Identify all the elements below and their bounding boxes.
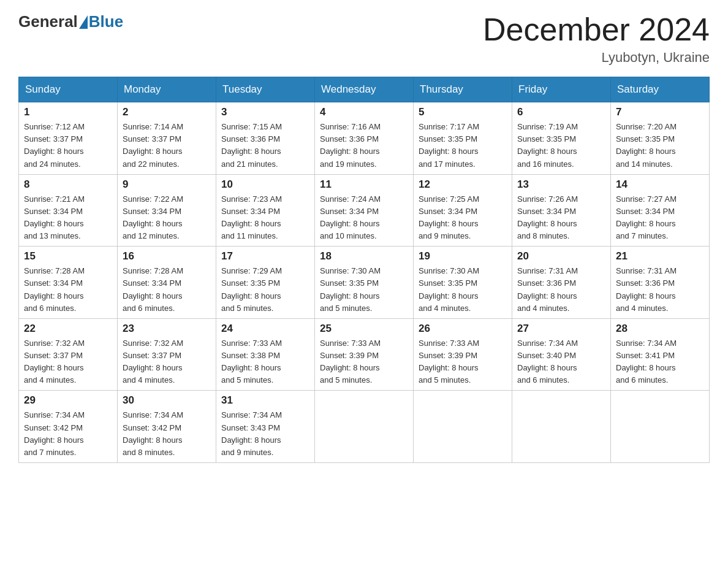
weekday-header-thursday: Thursday bbox=[414, 77, 512, 102]
calendar-cell: 7Sunrise: 7:20 AMSunset: 3:35 PMDaylight… bbox=[611, 102, 710, 175]
day-number: 21 bbox=[616, 250, 704, 262]
day-number: 26 bbox=[419, 323, 507, 335]
calendar-cell bbox=[512, 391, 611, 463]
day-info: Sunrise: 7:34 AMSunset: 3:40 PMDaylight:… bbox=[517, 337, 605, 387]
day-number: 31 bbox=[221, 394, 309, 407]
weekday-header-saturday: Saturday bbox=[611, 77, 710, 102]
day-info: Sunrise: 7:31 AMSunset: 3:36 PMDaylight:… bbox=[517, 265, 605, 315]
day-info: Sunrise: 7:30 AMSunset: 3:35 PMDaylight:… bbox=[419, 265, 507, 315]
calendar-cell: 10Sunrise: 7:23 AMSunset: 3:34 PMDayligh… bbox=[216, 174, 315, 247]
calendar-cell: 12Sunrise: 7:25 AMSunset: 3:34 PMDayligh… bbox=[414, 174, 512, 247]
day-info: Sunrise: 7:28 AMSunset: 3:34 PMDaylight:… bbox=[24, 265, 112, 315]
day-info: Sunrise: 7:33 AMSunset: 3:38 PMDaylight:… bbox=[221, 337, 309, 387]
day-number: 10 bbox=[221, 178, 309, 191]
day-number: 3 bbox=[221, 106, 309, 118]
calendar-cell: 29Sunrise: 7:34 AMSunset: 3:42 PMDayligh… bbox=[19, 391, 118, 463]
calendar-cell: 3Sunrise: 7:15 AMSunset: 3:36 PMDaylight… bbox=[216, 102, 315, 175]
calendar-cell: 5Sunrise: 7:17 AMSunset: 3:35 PMDaylight… bbox=[414, 102, 512, 175]
calendar-cell: 14Sunrise: 7:27 AMSunset: 3:34 PMDayligh… bbox=[611, 174, 710, 247]
calendar-cell: 31Sunrise: 7:34 AMSunset: 3:43 PMDayligh… bbox=[216, 391, 315, 463]
day-number: 30 bbox=[123, 394, 211, 407]
calendar-cell: 24Sunrise: 7:33 AMSunset: 3:38 PMDayligh… bbox=[216, 318, 315, 391]
weekday-header-row: SundayMondayTuesdayWednesdayThursdayFrid… bbox=[19, 77, 710, 102]
day-info: Sunrise: 7:33 AMSunset: 3:39 PMDaylight:… bbox=[320, 337, 408, 387]
day-number: 16 bbox=[123, 250, 211, 262]
day-info: Sunrise: 7:20 AMSunset: 3:35 PMDaylight:… bbox=[616, 121, 704, 170]
calendar-cell bbox=[611, 391, 710, 463]
day-info: Sunrise: 7:34 AMSunset: 3:42 PMDaylight:… bbox=[24, 409, 112, 459]
day-info: Sunrise: 7:34 AMSunset: 3:42 PMDaylight:… bbox=[123, 409, 211, 459]
day-number: 25 bbox=[320, 323, 408, 335]
day-number: 27 bbox=[517, 323, 605, 335]
day-info: Sunrise: 7:12 AMSunset: 3:37 PMDaylight:… bbox=[24, 121, 112, 170]
day-info: Sunrise: 7:14 AMSunset: 3:37 PMDaylight:… bbox=[123, 121, 211, 170]
weekday-header-friday: Friday bbox=[512, 77, 611, 102]
logo-triangle-icon bbox=[79, 15, 88, 29]
day-info: Sunrise: 7:33 AMSunset: 3:39 PMDaylight:… bbox=[419, 337, 507, 387]
calendar-cell: 1Sunrise: 7:12 AMSunset: 3:37 PMDaylight… bbox=[19, 102, 118, 175]
day-number: 6 bbox=[517, 106, 605, 118]
calendar-cell: 23Sunrise: 7:32 AMSunset: 3:37 PMDayligh… bbox=[118, 318, 216, 391]
day-number: 1 bbox=[24, 106, 112, 118]
day-info: Sunrise: 7:23 AMSunset: 3:34 PMDaylight:… bbox=[221, 193, 309, 243]
location-title: Lyubotyn, Ukraine bbox=[483, 50, 710, 66]
day-info: Sunrise: 7:28 AMSunset: 3:34 PMDaylight:… bbox=[123, 265, 211, 315]
calendar-cell: 20Sunrise: 7:31 AMSunset: 3:36 PMDayligh… bbox=[512, 247, 611, 319]
day-number: 4 bbox=[320, 106, 408, 118]
calendar-cell: 30Sunrise: 7:34 AMSunset: 3:42 PMDayligh… bbox=[118, 391, 216, 463]
day-number: 5 bbox=[419, 106, 507, 118]
calendar-cell: 11Sunrise: 7:24 AMSunset: 3:34 PMDayligh… bbox=[315, 174, 414, 247]
logo-blue-text: Blue bbox=[89, 12, 123, 31]
day-number: 24 bbox=[221, 323, 309, 335]
logo-general-text: General bbox=[18, 12, 78, 31]
day-number: 12 bbox=[419, 178, 507, 191]
logo: General Blue bbox=[18, 12, 123, 31]
day-info: Sunrise: 7:26 AMSunset: 3:34 PMDaylight:… bbox=[517, 193, 605, 243]
day-info: Sunrise: 7:31 AMSunset: 3:36 PMDaylight:… bbox=[616, 265, 704, 315]
day-info: Sunrise: 7:30 AMSunset: 3:35 PMDaylight:… bbox=[320, 265, 408, 315]
calendar-table: SundayMondayTuesdayWednesdayThursdayFrid… bbox=[18, 77, 710, 463]
day-info: Sunrise: 7:32 AMSunset: 3:37 PMDaylight:… bbox=[24, 337, 112, 387]
calendar-cell: 19Sunrise: 7:30 AMSunset: 3:35 PMDayligh… bbox=[414, 247, 512, 319]
calendar-cell: 2Sunrise: 7:14 AMSunset: 3:37 PMDaylight… bbox=[118, 102, 216, 175]
calendar-cell bbox=[315, 391, 414, 463]
title-area: December 2024 Lyubotyn, Ukraine bbox=[483, 12, 710, 66]
calendar-week-row: 15Sunrise: 7:28 AMSunset: 3:34 PMDayligh… bbox=[19, 247, 710, 319]
calendar-week-row: 29Sunrise: 7:34 AMSunset: 3:42 PMDayligh… bbox=[19, 391, 710, 463]
calendar-cell: 28Sunrise: 7:34 AMSunset: 3:41 PMDayligh… bbox=[611, 318, 710, 391]
day-info: Sunrise: 7:25 AMSunset: 3:34 PMDaylight:… bbox=[419, 193, 507, 243]
calendar-cell: 6Sunrise: 7:19 AMSunset: 3:35 PMDaylight… bbox=[512, 102, 611, 175]
day-info: Sunrise: 7:34 AMSunset: 3:41 PMDaylight:… bbox=[616, 337, 704, 387]
day-number: 13 bbox=[517, 178, 605, 191]
month-title: December 2024 bbox=[483, 12, 710, 47]
calendar-cell: 13Sunrise: 7:26 AMSunset: 3:34 PMDayligh… bbox=[512, 174, 611, 247]
day-info: Sunrise: 7:17 AMSunset: 3:35 PMDaylight:… bbox=[419, 121, 507, 170]
day-info: Sunrise: 7:16 AMSunset: 3:36 PMDaylight:… bbox=[320, 121, 408, 170]
calendar-cell: 9Sunrise: 7:22 AMSunset: 3:34 PMDaylight… bbox=[118, 174, 216, 247]
calendar-cell: 16Sunrise: 7:28 AMSunset: 3:34 PMDayligh… bbox=[118, 247, 216, 319]
calendar-cell: 8Sunrise: 7:21 AMSunset: 3:34 PMDaylight… bbox=[19, 174, 118, 247]
day-info: Sunrise: 7:22 AMSunset: 3:34 PMDaylight:… bbox=[123, 193, 211, 243]
weekday-header-tuesday: Tuesday bbox=[216, 77, 315, 102]
calendar-cell: 22Sunrise: 7:32 AMSunset: 3:37 PMDayligh… bbox=[19, 318, 118, 391]
day-info: Sunrise: 7:27 AMSunset: 3:34 PMDaylight:… bbox=[616, 193, 704, 243]
day-info: Sunrise: 7:24 AMSunset: 3:34 PMDaylight:… bbox=[320, 193, 408, 243]
calendar-cell: 17Sunrise: 7:29 AMSunset: 3:35 PMDayligh… bbox=[216, 247, 315, 319]
day-number: 19 bbox=[419, 250, 507, 262]
day-number: 23 bbox=[123, 323, 211, 335]
day-number: 20 bbox=[517, 250, 605, 262]
day-info: Sunrise: 7:34 AMSunset: 3:43 PMDaylight:… bbox=[221, 409, 309, 459]
calendar-cell: 15Sunrise: 7:28 AMSunset: 3:34 PMDayligh… bbox=[19, 247, 118, 319]
day-info: Sunrise: 7:21 AMSunset: 3:34 PMDaylight:… bbox=[24, 193, 112, 243]
calendar-cell: 25Sunrise: 7:33 AMSunset: 3:39 PMDayligh… bbox=[315, 318, 414, 391]
day-number: 9 bbox=[123, 178, 211, 191]
day-info: Sunrise: 7:19 AMSunset: 3:35 PMDaylight:… bbox=[517, 121, 605, 170]
day-number: 15 bbox=[24, 250, 112, 262]
day-info: Sunrise: 7:29 AMSunset: 3:35 PMDaylight:… bbox=[221, 265, 309, 315]
day-number: 18 bbox=[320, 250, 408, 262]
weekday-header-sunday: Sunday bbox=[19, 77, 118, 102]
calendar-cell: 26Sunrise: 7:33 AMSunset: 3:39 PMDayligh… bbox=[414, 318, 512, 391]
calendar-cell bbox=[414, 391, 512, 463]
day-number: 8 bbox=[24, 178, 112, 191]
calendar-cell: 21Sunrise: 7:31 AMSunset: 3:36 PMDayligh… bbox=[611, 247, 710, 319]
